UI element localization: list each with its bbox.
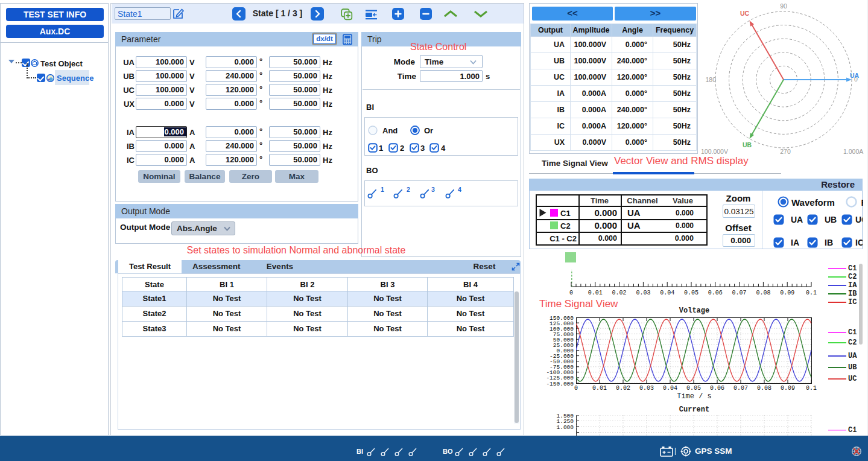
svg-text:UC: UC [740,10,750,17]
svg-text:0.06: 0.06 [708,290,723,296]
svg-text:0.09: 0.09 [780,290,794,296]
svg-text:0.08: 0.08 [756,290,770,296]
svg-text:UA: UA [850,72,860,79]
svg-text:UB: UB [743,141,752,148]
svg-text:180: 180 [705,76,716,83]
svg-text:0.1: 0.1 [806,290,817,296]
svg-text:0.04: 0.04 [660,290,674,296]
svg-text:0: 0 [569,290,573,296]
svg-text:0.07: 0.07 [732,290,747,296]
svg-text:0.01: 0.01 [588,290,603,296]
svg-text:0.03: 0.03 [636,290,650,296]
svg-text:0.05: 0.05 [684,290,699,296]
svg-text:0.02: 0.02 [612,290,627,296]
svg-text:90: 90 [780,2,787,10]
svg-text:270: 270 [780,148,791,155]
